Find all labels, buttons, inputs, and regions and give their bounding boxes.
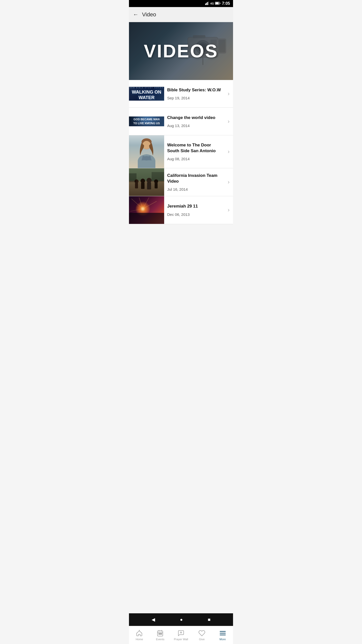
svg-rect-3 [208, 2, 209, 5]
svg-rect-23 [141, 183, 145, 189]
header: ← Video [129, 7, 233, 22]
svg-rect-1 [206, 3, 207, 5]
video-info: California Invasion Team Video Jul 16, 2… [164, 169, 224, 195]
hero-title: VIDEOS [144, 41, 218, 61]
video-date: Sep 19, 2014 [167, 96, 221, 100]
video-info: Jeremiah 29 11 Dec 06, 2013 [164, 199, 224, 220]
svg-line-34 [130, 209, 143, 211]
video-item[interactable]: California Invasion Team Video Jul 16, 2… [129, 168, 233, 196]
svg-rect-13 [193, 35, 205, 38]
video-title: Welcome to The Door South Side San Anton… [167, 142, 221, 153]
svg-point-22 [141, 179, 145, 183]
video-item[interactable]: Jeremiah 29 11 Dec 06, 2013 › [129, 196, 233, 224]
svg-rect-0 [205, 4, 206, 5]
video-info: Bible Study Series: W.O.W Sep 19, 2014 [164, 83, 224, 104]
status-icons: 4G 7:05 [205, 1, 230, 6]
svg-rect-27 [155, 183, 158, 188]
video-title: Jeremiah 29 11 [167, 204, 221, 209]
chevron-right-icon: › [224, 91, 233, 97]
video-title: California Invasion Team Video [167, 173, 221, 184]
svg-rect-28 [129, 173, 137, 182]
video-info: Welcome to The Door South Side San Anton… [164, 138, 224, 165]
person-silhouette-icon [131, 138, 162, 168]
svg-rect-6 [220, 3, 220, 4]
back-button[interactable]: ← [133, 11, 139, 18]
svg-rect-2 [207, 2, 208, 5]
group-silhouette-icon [129, 168, 164, 196]
status-bar: 4G 7:05 [129, 0, 233, 7]
svg-point-24 [147, 178, 152, 183]
svg-rect-5 [215, 2, 219, 4]
video-title: Change the world video [167, 115, 221, 120]
svg-rect-29 [152, 172, 164, 182]
svg-rect-16 [218, 40, 225, 52]
video-item[interactable]: ✦ ✦ ✦ ✦ ✦ GOD BECAME MANTO LIVE AMONG US… [129, 108, 233, 135]
chevron-right-icon: › [224, 179, 233, 185]
chevron-right-icon: › [224, 207, 233, 213]
svg-rect-21 [135, 183, 138, 188]
network-type-label: 4G [210, 2, 214, 5]
svg-rect-25 [147, 182, 151, 189]
video-date: Aug 13, 2014 [167, 124, 221, 128]
chevron-right-icon: › [224, 148, 233, 155]
battery-icon [215, 2, 220, 6]
video-thumbnail [129, 168, 164, 196]
video-thumbnail [129, 196, 164, 224]
signal-strength-icon [205, 2, 209, 6]
video-thumbnail: ✦ ✦ ✦ ✦ ✦ GOD BECAME MANTO LIVE AMONG US [129, 116, 164, 126]
video-date: Dec 06, 2013 [167, 212, 221, 217]
video-date: Aug 08, 2014 [167, 157, 221, 161]
video-list: NEW BIBLE STUDY SERIES WALKING ONWATER B… [129, 80, 233, 224]
hero-banner: VIDEOS [129, 22, 233, 80]
chevron-right-icon: › [224, 118, 233, 125]
page-title: Video [142, 11, 156, 18]
video-title: Bible Study Series: W.O.W [167, 87, 221, 93]
time-label: 7:05 [222, 1, 230, 6]
video-item[interactable]: NEW BIBLE STUDY SERIES WALKING ONWATER B… [129, 80, 233, 108]
svg-point-19 [143, 141, 151, 149]
video-item[interactable]: Welcome to The Door South Side San Anton… [129, 135, 233, 168]
video-thumbnail [129, 135, 164, 168]
video-date: Jul 16, 2014 [167, 187, 221, 191]
video-info: Change the world video Aug 13, 2014 [164, 111, 224, 132]
video-thumbnail: NEW BIBLE STUDY SERIES WALKING ONWATER [129, 87, 164, 100]
